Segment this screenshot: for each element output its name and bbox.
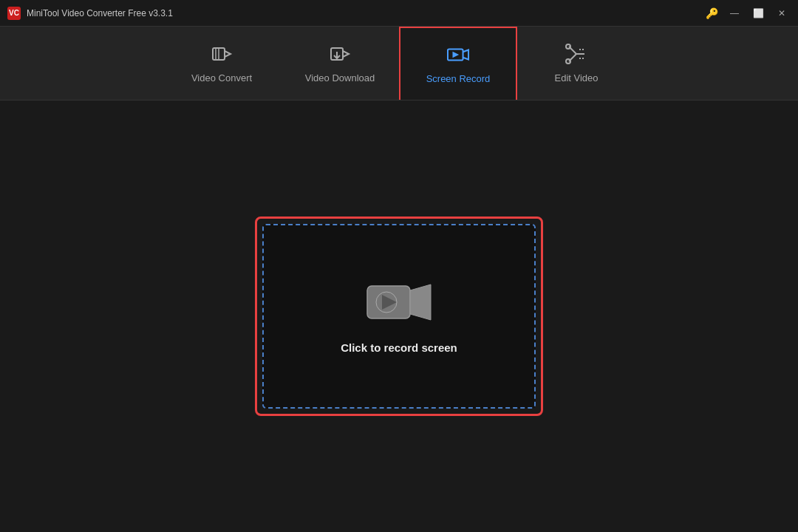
video-convert-svg (211, 43, 233, 65)
camera-large-icon (366, 279, 432, 327)
tab-screen-record-label: Screen Record (426, 73, 491, 84)
tab-video-convert-label: Video Convert (191, 72, 252, 83)
tab-edit-video[interactable]: Edit Video (517, 27, 635, 100)
video-download-svg (329, 43, 351, 65)
camera-icon-wrapper (366, 279, 432, 327)
record-box[interactable]: Click to record screen (255, 216, 543, 416)
key-icon: 🔑 (706, 7, 718, 19)
title-bar-controls: 🔑 — ⬜ ✕ (706, 5, 792, 21)
svg-point-8 (566, 59, 570, 64)
tab-video-download[interactable]: Video Download (281, 27, 399, 100)
close-icon: ✕ (778, 8, 785, 18)
tab-video-download-label: Video Download (305, 72, 375, 83)
screen-record-svg (447, 44, 469, 66)
svg-marker-16 (410, 284, 431, 320)
tab-edit-video-label: Edit Video (554, 72, 598, 83)
app-logo: VC (7, 7, 21, 20)
title-bar: VC MiniTool Video Converter Free v3.3.1 … (0, 0, 798, 27)
nav-bar: Video Convert Video Download Scree (0, 27, 798, 100)
record-label: Click to record screen (341, 341, 457, 354)
app-title: MiniTool Video Converter Free v3.3.1 (27, 8, 173, 18)
record-box-inner[interactable]: Click to record screen (262, 224, 536, 409)
main-content: Click to record screen (0, 100, 798, 532)
title-bar-left: VC MiniTool Video Converter Free v3.3.1 (7, 7, 173, 20)
minimize-button[interactable]: — (724, 5, 745, 21)
edit-video-icon (565, 43, 587, 68)
minimize-icon: — (730, 8, 739, 18)
svg-point-7 (566, 44, 570, 49)
svg-marker-6 (453, 52, 457, 57)
restore-icon: ⬜ (753, 8, 764, 18)
restore-button[interactable]: ⬜ (748, 5, 768, 21)
edit-video-svg (565, 43, 587, 65)
close-button[interactable]: ✕ (771, 5, 792, 21)
tab-screen-record[interactable]: Screen Record (399, 27, 517, 100)
video-convert-icon (211, 43, 233, 68)
screen-record-icon (447, 44, 469, 69)
tab-video-convert[interactable]: Video Convert (163, 27, 281, 100)
video-download-icon (329, 43, 351, 68)
